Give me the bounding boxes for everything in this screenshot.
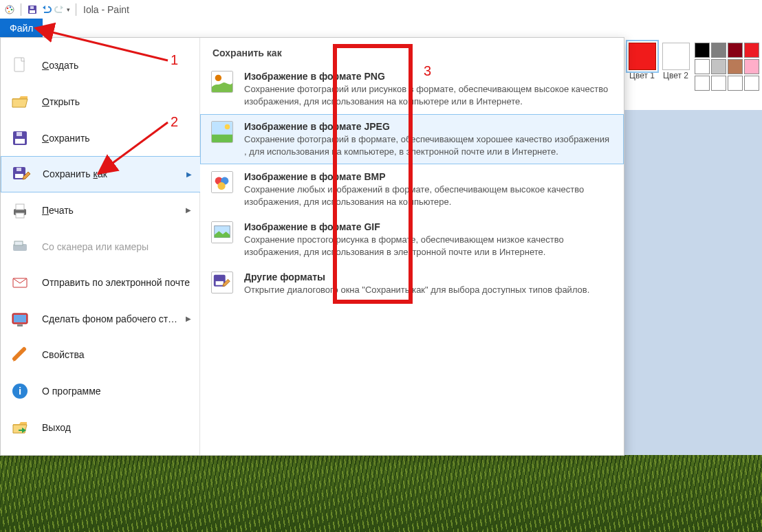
palette-swatch[interactable] — [711, 59, 726, 74]
palette-swatch[interactable] — [728, 76, 743, 91]
file-menu-item-scanner: Со сканера или камеры — [1, 228, 199, 265]
svg-point-27 — [215, 75, 221, 81]
save-as-format-png[interactable]: Изображение в формате PNGСохранение фото… — [200, 64, 624, 114]
palette-swatch[interactable] — [744, 76, 759, 91]
save-as-format-gif[interactable]: Изображение в формате GIFСохранение прос… — [200, 214, 624, 265]
svg-rect-10 — [15, 139, 25, 144]
palette-swatch[interactable] — [695, 59, 710, 74]
svg-point-1 — [7, 7, 9, 9]
save-as-panel-title: Сохранить как — [200, 45, 624, 64]
chevron-right-icon: ▶ — [186, 206, 191, 214]
file-menu-item-label: Печать — [42, 205, 180, 216]
properties-icon — [10, 345, 30, 364]
format-title: Другие форматы — [244, 271, 613, 282]
format-desc: Сохранение простого рисунка в формате, о… — [244, 234, 613, 258]
svg-rect-7 — [30, 6, 34, 9]
file-tab[interactable]: Файл — [0, 19, 43, 37]
palette-swatch[interactable] — [744, 59, 759, 74]
format-title: Изображение в формате BMP — [244, 171, 613, 182]
title-bar: ▾ Iola - Paint — [0, 0, 762, 19]
bmp-thumb-icon — [211, 171, 233, 193]
other-thumb-icon — [211, 271, 233, 293]
svg-rect-8 — [14, 58, 24, 71]
svg-rect-17 — [16, 213, 24, 218]
save-as-format-other[interactable]: Другие форматыОткрытие диалогового окна … — [200, 265, 624, 303]
svg-point-30 — [225, 124, 230, 130]
svg-rect-6 — [30, 10, 35, 13]
quick-access-toolbar: ▾ — [4, 3, 79, 16]
file-menu-item-label: Создать — [42, 60, 190, 71]
file-menu-item-open[interactable]: Открыть — [1, 84, 199, 120]
file-menu-item-new[interactable]: Создать — [1, 47, 199, 84]
format-title: Изображение в формате GIF — [244, 221, 613, 232]
svg-rect-23 — [17, 324, 23, 326]
open-icon — [10, 92, 30, 111]
file-menu-item-label: О программе — [42, 386, 190, 397]
file-menu-item-save[interactable]: Сохранить — [1, 120, 199, 156]
file-menu-item-label: Отправить по электронной почте — [42, 277, 190, 288]
tab-strip: Файл — [0, 19, 43, 37]
svg-rect-14 — [17, 168, 21, 171]
file-menu: СоздатьОткрытьСохранитьСохранить как▶Печ… — [0, 37, 624, 456]
file-menu-item-send_mail[interactable]: Отправить по электронной почте — [1, 265, 199, 301]
svg-text:i: i — [19, 385, 21, 397]
color-2[interactable]: Цвет 2 — [661, 43, 690, 91]
save_as-icon — [11, 164, 30, 184]
about-icon: i — [10, 381, 30, 401]
jpeg-thumb-icon — [211, 121, 233, 143]
send_mail-icon — [10, 273, 30, 292]
chevron-right-icon: ▶ — [186, 315, 191, 322]
svg-point-34 — [217, 182, 225, 190]
color-1[interactable]: Цвет 1 — [627, 43, 657, 91]
color-2-swatch[interactable] — [662, 43, 690, 70]
file-menu-item-label: Свойства — [42, 349, 190, 360]
file-menu-item-save_as[interactable]: Сохранить как▶ — [1, 156, 200, 192]
file-menu-item-label: Со сканера или камеры — [42, 241, 190, 252]
svg-rect-13 — [15, 174, 23, 178]
qat-redo-icon[interactable] — [54, 4, 65, 15]
svg-rect-19 — [14, 241, 23, 245]
file-menu-item-properties[interactable]: Свойства — [1, 337, 199, 373]
gif-thumb-icon — [211, 221, 233, 243]
svg-rect-11 — [17, 132, 22, 136]
qat-undo-icon[interactable] — [41, 4, 52, 15]
png-thumb-icon — [211, 71, 233, 93]
svg-rect-22 — [14, 315, 26, 322]
svg-rect-38 — [216, 282, 224, 286]
file-menu-right-panel: Сохранить как Изображение в формате PNGС… — [200, 38, 624, 455]
qat-customize-icon[interactable]: ▾ — [67, 6, 70, 13]
new-icon — [10, 56, 30, 75]
save-as-format-jpeg[interactable]: Изображение в формате JPEGСохранение фот… — [200, 114, 624, 164]
palette-swatch[interactable] — [695, 76, 710, 91]
file-menu-item-wallpaper[interactable]: Сделать фоном рабочего стола▶ — [1, 300, 199, 337]
save-as-format-bmp[interactable]: Изображение в формате BMPСохранение любы… — [200, 164, 624, 214]
file-menu-item-about[interactable]: iО программе — [1, 373, 199, 410]
svg-rect-16 — [16, 204, 24, 210]
format-title: Изображение в формате PNG — [244, 71, 613, 82]
palette-swatch[interactable] — [744, 43, 759, 58]
file-menu-item-label: Сохранить как — [43, 168, 181, 179]
palette-swatch[interactable] — [711, 76, 726, 91]
svg-point-3 — [11, 8, 13, 10]
palette-swatch[interactable] — [695, 43, 710, 58]
file-menu-item-label: Сохранить — [42, 133, 190, 144]
scanner-icon — [10, 237, 30, 256]
wallpaper-icon — [10, 309, 30, 329]
format-title: Изображение в формате JPEG — [244, 121, 613, 132]
svg-point-2 — [10, 6, 12, 8]
palette-swatch[interactable] — [728, 59, 743, 74]
file-menu-item-print[interactable]: Печать▶ — [1, 192, 199, 229]
file-menu-item-label: Открыть — [42, 96, 190, 107]
exit-icon — [10, 418, 30, 437]
palette-swatch[interactable] — [728, 43, 743, 58]
file-menu-item-label: Сделать фоном рабочего стола — [42, 313, 180, 324]
chevron-right-icon: ▶ — [186, 170, 192, 178]
window-title: Iola - Paint — [83, 4, 129, 15]
paint-app-icon — [4, 4, 15, 15]
format-desc: Сохранение фотографий в формате, обеспеч… — [244, 133, 613, 157]
qat-save-icon[interactable] — [27, 4, 38, 15]
file-menu-item-exit[interactable]: Выход — [1, 409, 199, 445]
palette-swatch[interactable] — [711, 43, 726, 58]
color-1-swatch[interactable] — [629, 43, 656, 70]
colors-group: Цвет 1 Цвет 2 — [627, 43, 759, 91]
